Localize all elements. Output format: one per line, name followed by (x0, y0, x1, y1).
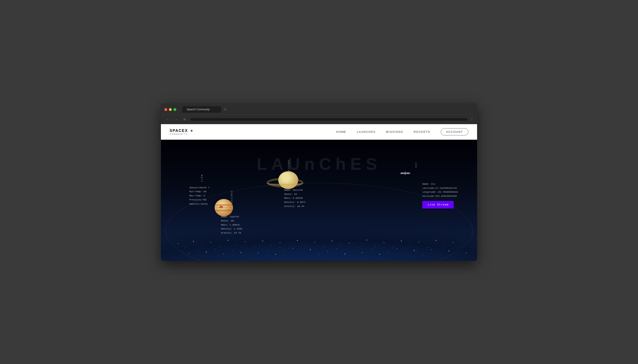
close-button[interactable] (164, 108, 167, 111)
saturn-info-box: Name: Saturne Moons: 82 Mass: 5.68336 De… (284, 188, 306, 208)
svg-point-7 (237, 244, 237, 245)
svg-point-33 (462, 246, 462, 247)
reload-button[interactable]: ↻ (182, 116, 188, 122)
browser-titlebar: SpaceX Community + (161, 103, 477, 114)
svg-point-61 (414, 250, 415, 251)
svg-point-4 (210, 242, 211, 243)
jupiter-info-box: Name: Jupiter Moons: 80 Mass: 1.89819 De… (221, 215, 242, 235)
mars-info-box: Season:Month 7 Min-Temp:-68 Max-Temp:-5 … (189, 186, 209, 206)
logo-community: COMMUNITY (169, 133, 193, 135)
svg-point-34 (181, 251, 182, 251)
svg-point-12 (280, 242, 280, 243)
svg-point-18 (332, 240, 332, 241)
hero-section: LAUnChES mars Season:Month 7 Min-Temp:-6… (161, 140, 477, 261)
svg-point-52 (336, 248, 337, 249)
mars-label: mars (200, 175, 203, 182)
svg-point-22 (366, 240, 367, 240)
city-lights-container (161, 200, 477, 261)
svg-point-16 (314, 242, 315, 243)
svg-point-13 (289, 248, 289, 248)
svg-point-35 (189, 253, 189, 254)
svg-point-36 (197, 250, 198, 250)
nav-rockets[interactable]: ROCKETS (414, 130, 430, 134)
svg-point-58 (388, 252, 388, 252)
svg-point-9 (254, 247, 254, 248)
forward-button[interactable]: → (173, 116, 179, 122)
svg-point-25 (392, 248, 393, 248)
svg-point-56 (371, 249, 371, 249)
svg-point-40 (232, 250, 233, 251)
browser-menu-button[interactable]: ⋮ (470, 118, 474, 122)
new-tab-button[interactable]: + (222, 106, 228, 112)
svg-point-42 (250, 249, 250, 249)
minimize-button[interactable] (169, 108, 172, 111)
svg-point-48 (301, 253, 302, 254)
svg-point-67 (466, 253, 467, 254)
svg-point-55 (362, 252, 363, 253)
svg-point-41 (241, 252, 242, 253)
svg-point-64 (440, 254, 441, 254)
svg-point-37 (206, 252, 207, 252)
svg-point-51 (327, 251, 328, 252)
iss-info-box: Name: Iss Latitude:47.152395152743 Longi… (422, 182, 458, 208)
svg-point-26 (401, 240, 402, 241)
svg-point-23 (375, 246, 375, 246)
active-tab[interactable]: SpaceX Community (182, 106, 221, 113)
maximize-button[interactable] (173, 108, 176, 111)
svg-point-17 (323, 247, 324, 247)
city-lights-svg (161, 200, 477, 261)
svg-rect-73 (400, 173, 410, 174)
iss-label: iss (415, 163, 417, 168)
svg-point-38 (215, 249, 215, 250)
svg-point-43 (258, 253, 259, 254)
address-bar[interactable] (190, 118, 468, 121)
svg-point-19 (340, 244, 341, 245)
svg-point-21 (358, 247, 358, 248)
logo-spacex: SPACEX ✈ (169, 129, 193, 132)
browser-chrome: SpaceX Community + ← → ↻ ⋮ (161, 103, 477, 124)
svg-point-60 (405, 253, 406, 254)
svg-point-1 (184, 248, 185, 248)
svg-point-54 (353, 250, 354, 250)
nav-launches[interactable]: LAUNCHES (357, 130, 376, 134)
svg-point-6 (228, 240, 229, 241)
svg-point-11 (271, 245, 272, 246)
svg-point-20 (349, 243, 350, 244)
nav-missions[interactable]: MISSIONS (386, 130, 403, 134)
svg-point-47 (293, 248, 293, 249)
account-button[interactable]: ACCOUNT (441, 128, 469, 136)
svg-point-63 (432, 249, 432, 250)
svg-point-57 (379, 254, 380, 255)
svg-point-44 (267, 250, 267, 250)
svg-point-24 (384, 242, 384, 243)
browser-tabs: SpaceX Community + (179, 106, 232, 113)
svg-point-46 (284, 251, 285, 251)
svg-point-62 (423, 254, 423, 255)
live-stream-button[interactable]: Live Stream (422, 201, 454, 208)
svg-point-45 (275, 254, 276, 255)
svg-point-0 (178, 243, 179, 244)
svg-point-39 (224, 254, 224, 254)
saturn-label: saturn (287, 160, 290, 172)
svg-point-8 (245, 242, 246, 242)
svg-point-27 (410, 245, 410, 246)
svg-point-32 (453, 242, 454, 243)
site-navigation: SPACEX ✈ COMMUNITY HOME LAUNCHES MISSION… (161, 124, 477, 140)
nav-links: HOME LAUNCHES MISSIONS ROCKETS ACCOUNT (336, 128, 469, 136)
saturn-planet (275, 171, 298, 189)
svg-point-49 (310, 249, 311, 250)
browser-window: SpaceX Community + ← → ↻ ⋮ (161, 103, 477, 261)
jupiter-planet (215, 199, 233, 216)
svg-point-65 (449, 250, 449, 251)
nav-home[interactable]: HOME (336, 130, 346, 134)
website-content: SPACEX ✈ COMMUNITY HOME LAUNCHES MISSION… (161, 124, 477, 261)
svg-point-3 (202, 246, 202, 246)
traffic-lights (164, 108, 176, 111)
svg-point-31 (444, 246, 445, 246)
svg-point-28 (418, 242, 419, 243)
svg-point-50 (319, 254, 319, 255)
svg-point-53 (345, 254, 345, 254)
back-button[interactable]: ← (164, 116, 170, 122)
site-logo: SPACEX ✈ COMMUNITY (169, 129, 193, 135)
svg-point-10 (262, 240, 263, 241)
